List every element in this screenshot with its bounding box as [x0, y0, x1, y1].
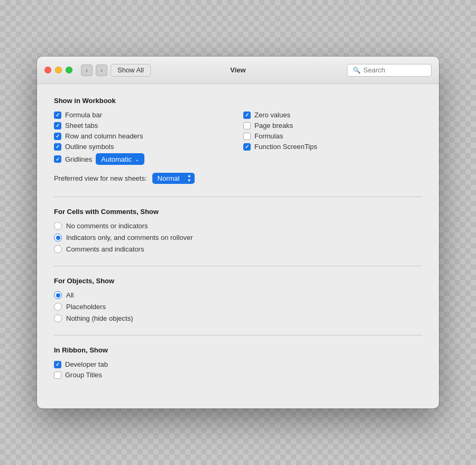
checkbox-gridlines[interactable]: Gridlines Automatic ⌄ — [54, 153, 233, 165]
checkbox-formula-bar[interactable]: Formula bar — [54, 111, 233, 119]
workbook-left-col: Formula bar Sheet tabs Row and column he… — [54, 111, 233, 168]
checkbox-developer-tab-input[interactable] — [54, 361, 61, 368]
checkbox-row-col-headers[interactable]: Row and column headers — [54, 132, 233, 140]
checkbox-formula-bar-label: Formula bar — [65, 111, 102, 119]
gridlines-dropdown-chevron: ⌄ — [135, 156, 139, 162]
back-button[interactable]: ‹ — [81, 64, 93, 76]
divider-1 — [54, 197, 422, 197]
checkbox-outline-symbols-label: Outline symbols — [65, 143, 114, 151]
checkbox-developer-tab-label: Developer tab — [65, 360, 108, 368]
checkbox-zero-values-input[interactable] — [243, 111, 251, 119]
radio-nothing[interactable]: Nothing (hide objects) — [54, 314, 422, 322]
radio-placeholders-input[interactable] — [54, 303, 62, 311]
checkbox-gridlines-input[interactable] — [54, 155, 61, 163]
search-icon: 🔍 — [353, 67, 361, 74]
gridlines-dropdown[interactable]: Automatic ⌄ — [96, 153, 144, 165]
radio-placeholders[interactable]: Placeholders — [54, 303, 422, 311]
checkbox-sheet-tabs-input[interactable] — [54, 122, 61, 129]
section-workbook: Show in Workbook Formula bar Sheet tabs … — [54, 97, 422, 184]
radio-all-input[interactable] — [54, 291, 62, 299]
titlebar: ‹ › Show All View 🔍 — [37, 57, 439, 84]
radio-no-comments[interactable]: No comments or indicators — [54, 222, 422, 230]
preferred-view-dropdown[interactable]: Normal — [152, 173, 195, 184]
objects-section-title: For Objects, Show — [54, 277, 422, 285]
checkbox-formulas-label: Formulas — [254, 132, 283, 140]
section-objects: For Objects, Show All Placeholders Nothi… — [54, 277, 422, 322]
checkbox-outline-symbols[interactable]: Outline symbols — [54, 143, 233, 151]
checkbox-sheet-tabs-label: Sheet tabs — [65, 122, 98, 129]
checkbox-developer-tab[interactable]: Developer tab — [54, 360, 422, 368]
checkbox-outline-symbols-input[interactable] — [54, 143, 61, 151]
window-title: View — [230, 66, 245, 74]
checkbox-page-breaks-input[interactable] — [243, 122, 251, 129]
radio-all[interactable]: All — [54, 291, 422, 299]
preferred-view-label: Preferred view for new sheets: — [54, 174, 147, 182]
checkbox-zero-values-label: Zero values — [254, 111, 290, 119]
divider-2 — [54, 266, 422, 266]
checkbox-group-titles-input[interactable] — [54, 371, 61, 379]
close-button[interactable] — [44, 67, 51, 73]
checkbox-formula-bar-input[interactable] — [54, 111, 61, 119]
checkbox-formulas[interactable]: Formulas — [243, 132, 422, 140]
gridlines-dropdown-value: Automatic — [101, 155, 132, 163]
radio-comments-indicators-input[interactable] — [54, 245, 62, 253]
checkbox-zero-values[interactable]: Zero values — [243, 111, 422, 119]
radio-comments-indicators-label: Comments and indicators — [66, 245, 144, 253]
traffic-lights — [44, 67, 72, 73]
checkbox-row-col-headers-input[interactable] — [54, 133, 61, 140]
section-ribbon: In Ribbon, Show Developer tab Group Titl… — [54, 346, 422, 379]
section-comments: For Cells with Comments, Show No comment… — [54, 208, 422, 253]
forward-button[interactable]: › — [96, 64, 107, 76]
divider-3 — [54, 335, 422, 336]
content-area: Show in Workbook Formula bar Sheet tabs … — [37, 84, 439, 408]
preferred-view-value: Normal — [158, 174, 180, 182]
radio-nothing-input[interactable] — [54, 314, 62, 322]
radio-no-comments-label: No comments or indicators — [66, 222, 148, 230]
radio-no-comments-input[interactable] — [54, 222, 62, 230]
radio-indicators-only[interactable]: Indicators only, and comments on rollove… — [54, 234, 422, 241]
preferred-view-row: Preferred view for new sheets: Normal ▲ … — [54, 173, 422, 184]
workbook-options-grid: Formula bar Sheet tabs Row and column he… — [54, 111, 422, 168]
checkbox-page-breaks-label: Page breaks — [254, 122, 293, 129]
show-all-button[interactable]: Show All — [111, 64, 151, 77]
workbook-section-title: Show in Workbook — [54, 97, 422, 105]
workbook-right-col: Zero values Page breaks Formulas Functio… — [243, 111, 422, 168]
checkbox-row-col-headers-label: Row and column headers — [65, 132, 143, 140]
checkbox-gridlines-label: Gridlines — [65, 155, 92, 163]
radio-comments-indicators[interactable]: Comments and indicators — [54, 245, 422, 253]
ribbon-section-title: In Ribbon, Show — [54, 346, 422, 354]
checkbox-group-titles[interactable]: Group Titles — [54, 371, 422, 379]
radio-indicators-only-label: Indicators only, and comments on rollove… — [66, 234, 193, 241]
checkbox-function-screentips-input[interactable] — [243, 143, 251, 151]
preferred-view-dropdown-container: Normal ▲ ▼ — [152, 173, 195, 184]
minimize-button[interactable] — [55, 67, 62, 73]
checkbox-function-screentips-label: Function ScreenTips — [254, 143, 317, 151]
radio-all-label: All — [66, 291, 74, 299]
nav-area: ‹ › Show All — [81, 64, 151, 77]
preferences-window: ‹ › Show All View 🔍 Show in Workbook For… — [37, 57, 439, 408]
comments-section-title: For Cells with Comments, Show — [54, 208, 422, 216]
radio-placeholders-label: Placeholders — [66, 303, 106, 311]
checkbox-page-breaks[interactable]: Page breaks — [243, 122, 422, 129]
radio-indicators-only-input[interactable] — [54, 234, 62, 241]
checkbox-formulas-input[interactable] — [243, 133, 251, 140]
search-input[interactable] — [363, 66, 426, 74]
checkbox-function-screentips[interactable]: Function ScreenTips — [243, 143, 422, 151]
checkbox-group-titles-label: Group Titles — [65, 371, 102, 379]
checkbox-sheet-tabs[interactable]: Sheet tabs — [54, 122, 233, 129]
radio-nothing-label: Nothing (hide objects) — [66, 314, 133, 322]
maximize-button[interactable] — [66, 67, 72, 73]
search-box[interactable]: 🔍 — [347, 64, 432, 77]
